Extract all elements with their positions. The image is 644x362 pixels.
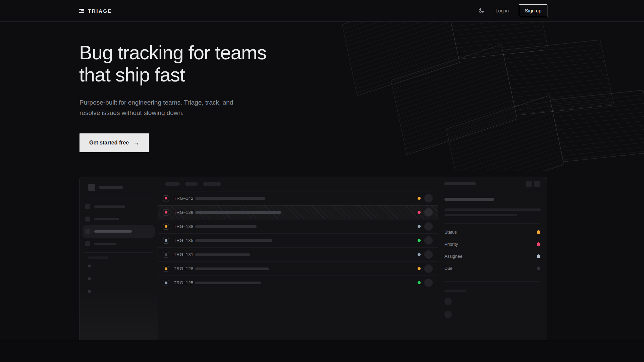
issue-title-skeleton (195, 225, 257, 228)
issue-title-skeleton (195, 211, 281, 214)
get-started-button[interactable]: Get started free → (79, 133, 149, 152)
field-label: Status (444, 230, 457, 235)
page-footer (0, 340, 644, 362)
dot-skeleton (88, 277, 91, 280)
divider (84, 198, 153, 198)
login-link[interactable]: Log in (495, 8, 509, 13)
issue-id: TRG–128 (174, 266, 195, 271)
skeleton-line (444, 214, 517, 216)
issue-type-dot (165, 282, 167, 284)
dot-skeleton (88, 290, 91, 293)
brand-name: TRIAGE (88, 8, 112, 14)
issue-type-dot (165, 225, 167, 228)
avatar (424, 236, 433, 245)
skeleton-pill (185, 182, 198, 186)
panel-field: Assignee (444, 250, 540, 262)
skeleton-square (85, 241, 90, 246)
issue-title-skeleton (195, 239, 272, 242)
issue-title-skeleton (195, 282, 261, 284)
sidebar-item-skeleton (83, 213, 155, 225)
preview-detail-panel: StatusPriorityAssigneeDue (438, 177, 547, 340)
cta-label: Get started free (89, 140, 129, 146)
avatar-skeleton (444, 311, 452, 318)
avatar (424, 279, 433, 287)
issue-title-skeleton (195, 197, 265, 200)
skeleton-bar (94, 230, 132, 233)
status-dot (418, 267, 421, 270)
avatar-skeleton (444, 298, 452, 305)
workspace-icon-skeleton (88, 184, 95, 191)
issue-id: TRG–138 (174, 224, 195, 229)
skeleton-bar (444, 182, 476, 185)
panel-field: Due (444, 262, 540, 274)
issue-row: TRG–142 (158, 191, 438, 205)
divider (444, 223, 540, 224)
skeleton-bar (94, 205, 125, 208)
wireframe-shape (341, 22, 548, 90)
issue-title-skeleton (195, 267, 269, 270)
issue-row: TRG–128 (158, 262, 438, 276)
hero-heading: Bug tracking for teams that ship fast (79, 42, 301, 86)
issue-type-dot (165, 267, 167, 270)
preview-issue-list-pane: TRG–142TRG–139TRG–138TRG–135TRG–131TRG–1… (158, 177, 438, 340)
panel-field: Priority (444, 238, 540, 250)
nav-inner: TRIAGE Log in Sign up (79, 0, 547, 21)
issue-type-dot (165, 253, 167, 256)
workspace-skeleton (88, 184, 152, 191)
skeleton-square (85, 217, 90, 222)
field-value-dot (537, 254, 540, 258)
issue-title-skeleton (195, 253, 250, 256)
issue-checkbox-icon (163, 195, 169, 201)
avatar (424, 194, 433, 202)
status-dot (418, 197, 421, 200)
skeleton-pill (203, 182, 221, 186)
avatar (424, 250, 433, 259)
panel-field: Status (444, 226, 540, 238)
field-value-dot (537, 230, 540, 234)
hero-subheading: Purpose-built for engineering teams. Tri… (79, 97, 237, 118)
panel-header (438, 177, 547, 191)
wireframe-shape (445, 81, 644, 171)
issue-checkbox-icon (163, 252, 169, 258)
avatar (424, 208, 433, 217)
skeleton-square (85, 229, 90, 234)
divider (84, 252, 153, 253)
issue-row: TRG–131 (158, 248, 438, 262)
app-preview: TRG–142TRG–139TRG–138TRG–135TRG–131TRG–1… (79, 177, 547, 340)
title-skeleton (444, 198, 494, 201)
panel-fields: StatusPriorityAssigneeDue (444, 226, 540, 274)
issue-type-dot (165, 239, 167, 242)
field-value-dot (537, 266, 540, 270)
avatar (424, 264, 433, 273)
theme-toggle-button[interactable] (477, 7, 485, 15)
nav-actions: Log in Sign up (477, 4, 547, 17)
field-label: Priority (444, 242, 458, 247)
divider (444, 281, 540, 282)
triage-logo-icon (79, 9, 84, 13)
panel-action-skeleton (526, 181, 532, 187)
issue-checkbox-icon (163, 224, 169, 230)
sidebar-item-skeleton (83, 238, 155, 250)
status-dot (418, 239, 421, 242)
section-label-skeleton (444, 290, 466, 292)
skeleton-bar (99, 186, 123, 189)
skeleton-line (444, 208, 541, 211)
avatar (424, 222, 433, 231)
issue-type-dot (165, 197, 167, 199)
issue-type-dot (165, 211, 167, 214)
signup-button[interactable]: Sign up (519, 4, 547, 17)
field-value-dot (537, 242, 540, 246)
skeleton-bar (94, 218, 119, 220)
issue-row: TRG–135 (158, 234, 438, 248)
sidebar-item-skeleton (83, 200, 155, 213)
sidebar-dots (88, 264, 158, 293)
panel-body: StatusPriorityAssigneeDue (438, 198, 547, 318)
skeleton-bar (94, 243, 116, 245)
skeleton-square (85, 204, 90, 209)
issue-row: TRG–138 (158, 220, 438, 234)
skeleton-pill (165, 182, 180, 186)
status-dot (418, 211, 421, 214)
status-dot (418, 253, 421, 256)
issue-row: TRG–139 (158, 205, 438, 220)
brand: TRIAGE (79, 8, 112, 14)
